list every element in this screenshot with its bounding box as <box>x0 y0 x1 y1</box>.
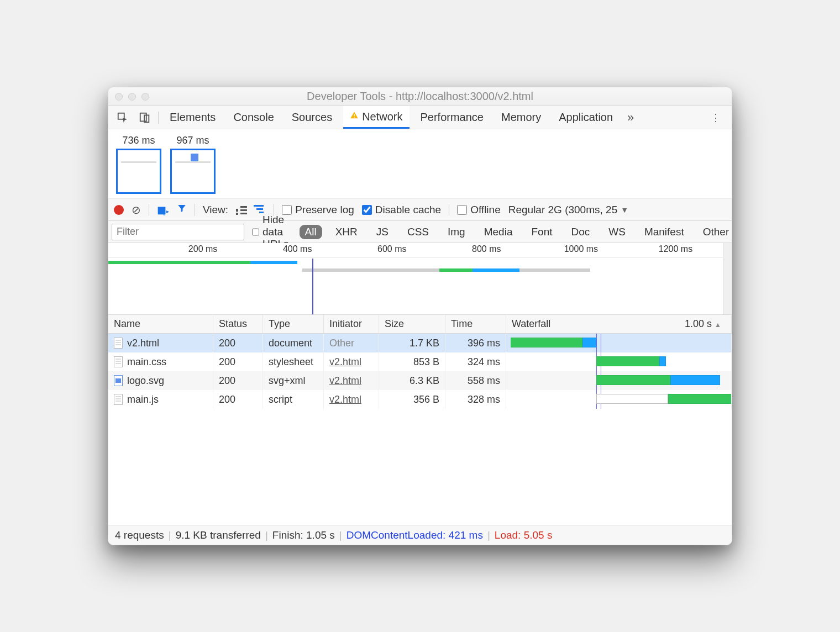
filmstrip-frame[interactable]: 967 ms <box>170 135 216 194</box>
filter-type-doc[interactable]: Doc <box>565 225 595 239</box>
overview-tick: 800 ms <box>472 244 501 254</box>
tab-sources[interactable]: Sources <box>285 106 339 129</box>
filter-input[interactable] <box>112 224 244 240</box>
overview-timeline[interactable]: 200 ms400 ms600 ms800 ms1000 ms1200 ms <box>108 243 732 315</box>
request-status: 200 <box>213 352 263 371</box>
offline-checkbox[interactable]: Offline <box>457 204 501 216</box>
request-initiator: Other <box>329 338 354 349</box>
col-waterfall[interactable]: Waterfall 1.00 s ▲ <box>506 315 732 333</box>
table-row[interactable]: logo.svg200svg+xmlv2.html6.3 KB558 ms <box>108 371 732 390</box>
request-type: stylesheet <box>263 352 324 371</box>
request-size: 853 B <box>379 352 445 371</box>
request-time: 396 ms <box>445 334 506 352</box>
frame-thumbnail <box>170 149 216 194</box>
filter-type-media[interactable]: Media <box>479 225 518 239</box>
tab-performance[interactable]: Performance <box>414 106 491 129</box>
file-icon <box>114 338 123 349</box>
overview-tick: 600 ms <box>377 244 406 254</box>
preserve-log-checkbox[interactable]: Preserve log <box>282 204 354 216</box>
request-type: document <box>263 334 324 352</box>
status-domcontentloaded: DOMContentLoaded: 421 ms <box>347 529 483 541</box>
request-time: 328 ms <box>445 390 506 409</box>
panel-tabs: ElementsConsoleSourcesNetworkPerformance… <box>108 106 732 129</box>
filmstrip-frame[interactable]: 736 ms <box>116 135 161 194</box>
status-transferred: 9.1 KB transferred <box>176 529 261 541</box>
svg-rect-4 <box>354 117 354 117</box>
settings-kebab-icon[interactable]: ⋮ <box>705 112 726 124</box>
col-initiator[interactable]: Initiator <box>324 315 379 333</box>
table-row[interactable]: main.js200scriptv2.html356 B328 ms <box>108 390 732 409</box>
svg-rect-1 <box>140 113 146 121</box>
titlebar: Developer Tools - http://localhost:3000/… <box>108 87 732 106</box>
request-waterfall <box>506 334 732 352</box>
request-size: 356 B <box>379 390 445 409</box>
screenshots-icon[interactable]: ■ͅ▸ <box>157 204 169 216</box>
file-icon <box>114 375 123 386</box>
view-label: View: <box>203 204 228 216</box>
filter-type-all[interactable]: All <box>300 225 322 239</box>
request-initiator[interactable]: v2.html <box>329 375 361 387</box>
filter-type-other[interactable]: Other <box>697 225 732 239</box>
file-icon <box>114 356 123 367</box>
filter-type-font[interactable]: Font <box>526 225 558 239</box>
status-bar: 4 requests | 9.1 KB transferred | Finish… <box>108 525 732 545</box>
tab-memory[interactable]: Memory <box>495 106 548 129</box>
throttle-dropdown[interactable]: Regular 2G (300ms, 25 ▼ <box>508 204 628 216</box>
request-time: 558 ms <box>445 371 506 390</box>
inspect-element-icon[interactable] <box>114 109 132 127</box>
filter-bar: Hide data URLs AllXHRJSCSSImgMediaFontDo… <box>108 221 732 243</box>
window-title: Developer Tools - http://localhost:3000/… <box>108 90 732 103</box>
frame-time: 967 ms <box>176 135 209 146</box>
tab-network[interactable]: Network <box>343 106 409 129</box>
overview-scrollbar[interactable] <box>723 243 732 314</box>
filter-type-ws[interactable]: WS <box>603 225 631 239</box>
col-size[interactable]: Size <box>379 315 445 333</box>
request-type: script <box>263 390 324 409</box>
status-requests: 4 requests <box>115 529 164 541</box>
filter-type-css[interactable]: CSS <box>402 225 434 239</box>
request-initiator[interactable]: v2.html <box>329 356 361 368</box>
request-type: svg+xml <box>263 371 324 390</box>
status-load: Load: 5.05 s <box>495 529 553 541</box>
request-waterfall <box>506 352 732 371</box>
tab-elements[interactable]: Elements <box>163 106 222 129</box>
tab-console[interactable]: Console <box>227 106 280 129</box>
frame-time: 736 ms <box>122 135 155 146</box>
request-waterfall <box>506 390 732 409</box>
col-type[interactable]: Type <box>263 315 324 333</box>
request-status: 200 <box>213 371 263 390</box>
filter-type-img[interactable]: Img <box>442 225 471 239</box>
overview-tick: 1200 ms <box>659 244 692 254</box>
request-time: 324 ms <box>445 352 506 371</box>
request-status: 200 <box>213 390 263 409</box>
more-tabs-icon[interactable]: » <box>624 110 637 125</box>
col-time[interactable]: Time <box>445 315 506 333</box>
sort-asc-icon: ▲ <box>715 321 721 329</box>
network-toolbar: ⊘ ■ͅ▸ View: Preserve log Disable cache O… <box>108 199 732 221</box>
request-status: 200 <box>213 334 263 352</box>
filter-type-manifest[interactable]: Manifest <box>639 225 690 239</box>
tab-application[interactable]: Application <box>552 106 620 129</box>
request-size: 6.3 KB <box>379 371 445 390</box>
table-row[interactable]: v2.html200documentOther1.7 KB396 ms <box>108 334 732 352</box>
disable-cache-checkbox[interactable]: Disable cache <box>362 204 441 216</box>
device-toolbar-icon[interactable] <box>136 109 154 127</box>
filter-type-js[interactable]: JS <box>371 225 394 239</box>
filter-type-xhr[interactable]: XHR <box>330 225 363 239</box>
file-icon <box>114 394 123 405</box>
status-finish: Finish: 1.05 s <box>272 529 335 541</box>
request-initiator[interactable]: v2.html <box>329 394 361 405</box>
request-name: main.css <box>127 356 166 368</box>
request-waterfall <box>506 371 732 390</box>
col-status[interactable]: Status <box>213 315 263 333</box>
requests-table: Name Status Type Initiator Size Time Wat… <box>108 315 732 525</box>
clear-button[interactable]: ⊘ <box>132 203 141 217</box>
record-button[interactable] <box>114 205 124 215</box>
view-detailed-icon[interactable] <box>236 205 248 215</box>
col-name[interactable]: Name <box>108 315 213 333</box>
filter-toggle-icon[interactable] <box>177 203 187 216</box>
filmstrip: 736 ms967 ms <box>108 129 732 199</box>
table-row[interactable]: main.css200stylesheetv2.html853 B324 ms <box>108 352 732 371</box>
warning-icon <box>350 111 359 123</box>
request-name: v2.html <box>127 338 159 349</box>
